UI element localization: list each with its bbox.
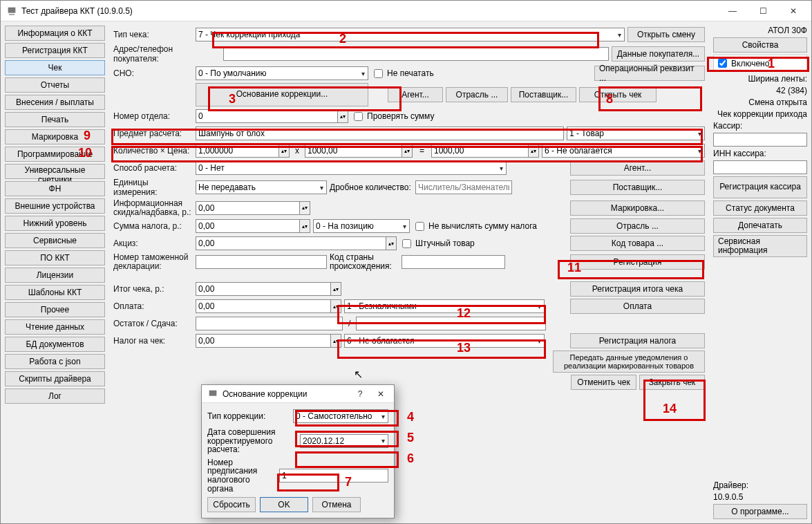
anno-8: 8 [606,92,613,106]
payment-type-select[interactable]: 1 - Безналичными [344,299,545,313]
supplier-button[interactable]: Поставщик... [511,87,576,102]
agent-button-2[interactable]: Агент... [570,160,705,176]
total-input[interactable] [431,144,528,158]
cashier-inn-input[interactable] [713,160,807,174]
reg-cashier-button[interactable]: Регистрация кассира [713,176,807,198]
otrasl-button[interactable]: Отрасль ... [446,87,508,102]
sidebar-item-cash[interactable]: Внесения / выплаты [5,95,105,110]
correction-base-button[interactable]: Основание коррекции... [196,83,368,106]
no-print-checkbox[interactable]: Не печатать [371,67,434,80]
check-type-label: Тип чека: [113,30,193,39]
sidebar-item-low-level[interactable]: Нижний уровень [5,216,105,231]
piece-good-checkbox[interactable]: Штучный товар [399,237,475,250]
no-calc-tax-checkbox[interactable]: Не вычислять сумму налога [413,220,537,233]
doc-status-button[interactable]: Статус документа [713,200,807,216]
sidebar-item-log[interactable]: Лог [5,389,105,404]
dialog-reset-button[interactable]: Сбросить [207,497,256,512]
check-sum-checkbox[interactable]: Проверять сумму [351,110,435,123]
cashier-input[interactable] [713,133,807,147]
reprint-button[interactable]: Допечатать [713,218,807,233]
register-button[interactable]: Регистрация [570,254,705,270]
right-pane: АТОЛ 30Ф Свойства Включено Ширина ленты:… [712,24,809,521]
sidebar-item-print[interactable]: Печать [5,112,105,127]
sno-select[interactable]: 0 - По умолчанию [196,66,368,80]
decl-input[interactable] [196,255,327,269]
maximize-button[interactable]: ☐ [748,1,778,21]
discount-input[interactable] [196,201,299,215]
corr-doc-input[interactable] [279,469,388,483]
spinner-icon[interactable]: ▴▾ [337,109,348,123]
check-type-select[interactable]: 7 - Чек коррекции прихода [196,28,625,41]
excise-input[interactable] [196,236,386,250]
sidebar: Информация о ККТ Регистрация ККТ Чек Отч… [3,24,106,521]
check-total-input[interactable] [196,282,330,296]
sidebar-item-reports[interactable]: Отчеты [5,77,105,93]
op-rekv-button[interactable]: Операционный реквизит ... [594,66,705,81]
sidebar-item-licenses[interactable]: Лицензии [5,268,105,283]
corr-type-select[interactable]: 0 - Самостоятельно [293,409,388,423]
sidebar-item-scripts[interactable]: Скрипты драйвера [5,371,105,386]
remain-b-input[interactable] [356,317,546,330]
payment-button[interactable]: Оплата [570,299,705,314]
properties-button[interactable]: Свойства [713,37,807,53]
supplier-button-2[interactable]: Поставщик... [570,180,705,195]
form-area: Тип чека: 7 - Чек коррекции прихода Откр… [109,24,709,521]
subject-type-select[interactable]: 1 - Товар [567,127,705,140]
sidebar-item-info[interactable]: Информация о ККТ [5,26,105,41]
dept-input[interactable] [196,109,337,123]
dialog-ok-button[interactable]: OK [260,497,308,512]
otrasl-button-2[interactable]: Отрасль ... [570,218,705,234]
marking-button[interactable]: Маркировка... [570,200,705,216]
good-code-button[interactable]: Код товара ... [570,236,705,251]
anno-11: 11 [567,261,581,275]
sidebar-item-po-kkt[interactable]: ПО ККТ [5,250,105,265]
corr-date-select[interactable]: 2020.12.12 [300,434,388,448]
units-select[interactable]: Не передавать [196,180,327,194]
anno-10: 10 [78,146,92,160]
sidebar-item-templates[interactable]: Шаблоны ККТ [5,285,105,300]
dialog-cancel-button[interactable]: Отмена [312,497,361,512]
check-tax-type-select[interactable]: 6 - Не облагается [344,334,545,348]
close-check-button[interactable]: Закрыть чек [639,375,705,390]
customer-data-button[interactable]: Данные покупателя... [612,46,705,62]
subject-input[interactable] [196,127,564,140]
sidebar-item-service[interactable]: Сервисные [5,233,105,248]
tax-sum-input[interactable] [196,219,299,233]
close-button[interactable]: ✕ [778,1,809,21]
frac-input[interactable] [415,180,512,194]
sidebar-item-counters[interactable]: Универсальные счетчики [5,164,105,179]
tax-pos-select[interactable]: 0 - На позицию [313,219,410,233]
open-shift-button[interactable]: Открыть смену [627,27,705,42]
addr-input[interactable] [223,47,609,61]
remain-a-input[interactable] [196,317,343,330]
sidebar-item-external[interactable]: Внешние устройства [5,198,105,214]
enabled-checkbox[interactable]: Включено [713,55,807,72]
dialog-help-button[interactable]: ? [350,384,370,404]
qty-input[interactable] [196,144,278,158]
sidebar-item-check[interactable]: Чек [5,60,105,75]
sidebar-item-registration[interactable]: Регистрация ККТ [5,43,105,58]
service-info-button[interactable]: Сервисная информация [713,235,807,257]
dialog-close-button[interactable]: ✕ [370,384,391,404]
tax-select[interactable]: 6 - Не облагается [542,144,705,158]
cancel-check-button[interactable]: Отменить чек [571,375,636,390]
country-input[interactable] [402,255,505,269]
about-button[interactable]: О программе... [713,504,807,519]
reg-total-button[interactable]: Регистрация итога чека [570,281,705,297]
open-check-button[interactable]: Открыть чек [579,87,657,102]
reg-tax-button[interactable]: Регистрация налога [570,333,705,348]
minimize-button[interactable]: — [717,1,748,21]
pay-method-select[interactable]: 0 - Нет [196,161,507,175]
sidebar-item-db-docs[interactable]: БД документов [5,337,105,352]
sidebar-item-read-data[interactable]: Чтение данных [5,319,105,335]
send-mark-button[interactable]: Передать данные уведомления о реализации… [553,350,705,373]
sidebar-item-other[interactable]: Прочее [5,302,105,317]
anno-5: 5 [407,431,414,445]
sidebar-item-fn[interactable]: ФН [5,181,105,196]
price-input[interactable] [305,144,402,158]
anno-12: 12 [457,306,471,321]
payment-input[interactable] [196,299,330,313]
check-tax-input[interactable] [196,334,330,348]
agent-button[interactable]: Агент... [388,87,443,102]
sidebar-item-json[interactable]: Работа с json [5,354,105,369]
